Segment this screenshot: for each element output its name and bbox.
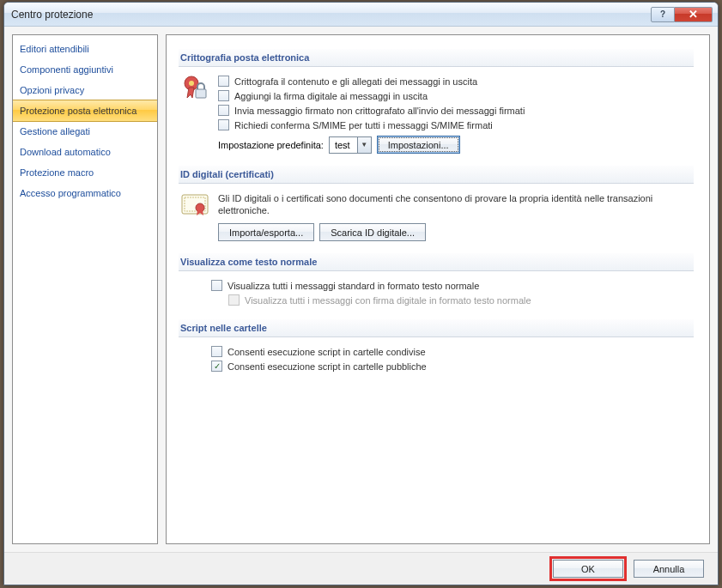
- checkbox-icon: [218, 119, 229, 130]
- sidebar: Editori attendibili Componenti aggiuntiv…: [12, 34, 158, 544]
- section-crypto: Crittografa il contenuto e gli allegati …: [179, 74, 694, 154]
- section-digital-id: Gli ID digitali o i certificati sono doc…: [179, 191, 694, 241]
- svg-rect-2: [196, 89, 206, 98]
- titlebar-buttons: ? ✕: [651, 7, 713, 22]
- checkbox-icon: ✓: [211, 361, 222, 372]
- ok-highlight: OK: [549, 556, 627, 581]
- checkbox-send-cleartext-signed[interactable]: Invia messaggio firmato non crittografat…: [218, 103, 694, 118]
- sidebar-item-programmatic-access[interactable]: Accesso programmatico: [13, 183, 157, 203]
- checkbox-icon: [218, 105, 229, 116]
- download-digital-id-button[interactable]: Scarica ID digitale...: [319, 223, 426, 241]
- checkbox-smime-receipt[interactable]: Richiedi conferma S/MIME per tutti i mes…: [218, 118, 694, 132]
- close-icon: ✕: [689, 8, 698, 21]
- certificate-icon: [181, 192, 209, 216]
- checkbox-encrypt-outgoing[interactable]: Crittografa il contenuto e gli allegati …: [218, 74, 694, 88]
- checkbox-icon: [228, 294, 240, 306]
- checkbox-script-shared[interactable]: Consenti esecuzione script in cartelle c…: [211, 344, 694, 359]
- checkbox-icon: [218, 76, 229, 87]
- checkbox-read-plain[interactable]: Visualizza tutti i messaggi standard in …: [211, 278, 694, 293]
- dialog-footer: OK Annulla: [4, 552, 718, 585]
- section-plaintext: Visualizza tutti i messaggi standard in …: [179, 278, 694, 307]
- help-button[interactable]: ?: [651, 7, 675, 22]
- ok-button[interactable]: OK: [553, 560, 623, 578]
- sidebar-item-privacy[interactable]: Opzioni privacy: [13, 80, 157, 100]
- checkbox-icon: [211, 346, 222, 357]
- dialog-body: Editori attendibili Componenti aggiuntiv…: [4, 27, 718, 552]
- sidebar-item-addins[interactable]: Componenti aggiuntivi: [13, 59, 157, 80]
- sidebar-item-macro[interactable]: Protezione macro: [13, 162, 157, 183]
- default-setting-select[interactable]: test ▼: [329, 136, 372, 154]
- cancel-button[interactable]: Annulla: [634, 560, 704, 578]
- checkbox-read-signed-plain: Visualizza tutti i messaggi con firma di…: [228, 293, 694, 307]
- section-heading-digital-id: ID digitali (certificati): [179, 166, 694, 184]
- section-heading-plaintext: Visualizza come testo normale: [179, 253, 694, 271]
- chevron-down-icon: ▼: [357, 137, 371, 153]
- sidebar-item-attachments[interactable]: Gestione allegati: [13, 121, 157, 142]
- sidebar-item-auto-download[interactable]: Download automatico: [13, 142, 157, 162]
- digital-id-description: Gli ID digitali o i certificati sono doc…: [218, 191, 694, 223]
- content-pane: Crittografia posta elettronica Crittogra…: [166, 34, 710, 544]
- checkbox-add-signature[interactable]: Aggiungi la firma digitale ai messaggi i…: [218, 88, 694, 103]
- checkbox-icon: [218, 90, 229, 101]
- titlebar[interactable]: Centro protezione ? ✕: [4, 3, 718, 27]
- sidebar-item-email-security[interactable]: Protezione posta elettronica: [13, 100, 157, 122]
- encryption-icon: [182, 76, 208, 103]
- dialog-window: Centro protezione ? ✕ Editori attendibil…: [3, 2, 719, 585]
- section-heading-crypto: Crittografia posta elettronica: [179, 49, 694, 67]
- section-heading-script: Script nelle cartelle: [179, 319, 694, 337]
- sidebar-item-trusted-publishers[interactable]: Editori attendibili: [13, 39, 157, 59]
- default-setting-label: Impostazione predefinita:: [218, 140, 324, 150]
- window-title: Centro protezione: [11, 9, 651, 21]
- section-script: Consenti esecuzione script in cartelle c…: [179, 344, 694, 373]
- checkbox-icon: [211, 280, 222, 291]
- import-export-button[interactable]: Importa/esporta...: [218, 223, 314, 241]
- settings-button[interactable]: Impostazioni...: [377, 136, 460, 154]
- close-button[interactable]: ✕: [675, 7, 713, 22]
- svg-point-1: [189, 81, 194, 86]
- checkbox-script-public[interactable]: ✓ Consenti esecuzione script in cartelle…: [211, 359, 694, 373]
